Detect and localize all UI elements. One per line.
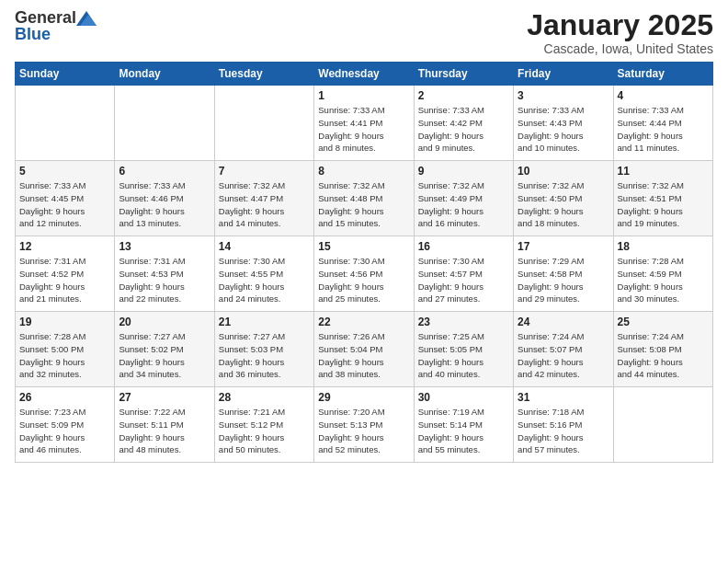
calendar-cell: 11Sunrise: 7:32 AM Sunset: 4:51 PM Dayli… — [613, 161, 712, 236]
day-number: 24 — [518, 316, 609, 328]
week-row-4: 19Sunrise: 7:28 AM Sunset: 5:00 PM Dayli… — [16, 312, 713, 387]
day-number: 29 — [318, 391, 409, 404]
calendar-cell: 18Sunrise: 7:28 AM Sunset: 4:59 PM Dayli… — [613, 236, 712, 312]
calendar-cell: 10Sunrise: 7:32 AM Sunset: 4:50 PM Dayli… — [514, 161, 613, 236]
day-info: Sunrise: 7:21 AM Sunset: 5:12 PM Dayligh… — [219, 406, 310, 456]
day-info: Sunrise: 7:33 AM Sunset: 4:42 PM Dayligh… — [418, 104, 509, 155]
day-header-row: Sunday Monday Tuesday Wednesday Thursday… — [16, 63, 713, 86]
day-number: 1 — [318, 89, 409, 102]
day-info: Sunrise: 7:33 AM Sunset: 4:43 PM Dayligh… — [518, 104, 609, 155]
day-info: Sunrise: 7:22 AM Sunset: 5:11 PM Dayligh… — [119, 406, 210, 456]
day-number: 8 — [318, 165, 409, 178]
header: General Blue January 2025 Cascade, Iowa,… — [15, 9, 713, 56]
day-info: Sunrise: 7:30 AM Sunset: 4:56 PM Dayligh… — [318, 255, 409, 305]
calendar-cell — [115, 86, 214, 161]
header-friday: Friday — [514, 63, 613, 86]
day-number: 18 — [618, 240, 709, 253]
calendar-cell: 20Sunrise: 7:27 AM Sunset: 5:02 PM Dayli… — [115, 312, 214, 387]
calendar-cell: 6Sunrise: 7:33 AM Sunset: 4:46 PM Daylig… — [115, 161, 214, 236]
calendar-cell: 4Sunrise: 7:33 AM Sunset: 4:44 PM Daylig… — [613, 86, 712, 161]
calendar-cell — [16, 86, 115, 161]
calendar-cell: 22Sunrise: 7:26 AM Sunset: 5:04 PM Dayli… — [314, 312, 414, 387]
day-number: 13 — [119, 240, 210, 253]
logo-icon — [76, 11, 97, 26]
day-info: Sunrise: 7:32 AM Sunset: 4:50 PM Dayligh… — [518, 179, 609, 230]
day-number: 3 — [518, 89, 609, 102]
calendar-cell: 19Sunrise: 7:28 AM Sunset: 5:00 PM Dayli… — [16, 312, 115, 387]
week-row-5: 26Sunrise: 7:23 AM Sunset: 5:09 PM Dayli… — [16, 387, 713, 463]
day-info: Sunrise: 7:32 AM Sunset: 4:51 PM Dayligh… — [618, 179, 709, 230]
day-info: Sunrise: 7:18 AM Sunset: 5:16 PM Dayligh… — [518, 406, 609, 456]
calendar-cell: 29Sunrise: 7:20 AM Sunset: 5:13 PM Dayli… — [314, 387, 414, 463]
calendar-cell: 9Sunrise: 7:32 AM Sunset: 4:49 PM Daylig… — [414, 161, 513, 236]
day-number: 6 — [119, 165, 210, 178]
day-info: Sunrise: 7:32 AM Sunset: 4:48 PM Dayligh… — [318, 179, 409, 230]
calendar-cell: 12Sunrise: 7:31 AM Sunset: 4:52 PM Dayli… — [16, 236, 115, 312]
day-number: 27 — [119, 391, 210, 404]
calendar-cell: 15Sunrise: 7:30 AM Sunset: 4:56 PM Dayli… — [314, 236, 414, 312]
calendar-cell: 1Sunrise: 7:33 AM Sunset: 4:41 PM Daylig… — [314, 86, 414, 161]
day-info: Sunrise: 7:19 AM Sunset: 5:14 PM Dayligh… — [418, 406, 509, 456]
calendar-cell: 23Sunrise: 7:25 AM Sunset: 5:05 PM Dayli… — [414, 312, 513, 387]
day-number: 10 — [518, 165, 609, 178]
calendar-cell: 27Sunrise: 7:22 AM Sunset: 5:11 PM Dayli… — [115, 387, 214, 463]
day-info: Sunrise: 7:28 AM Sunset: 4:59 PM Dayligh… — [618, 255, 709, 305]
day-number: 25 — [618, 316, 709, 328]
header-wednesday: Wednesday — [314, 63, 414, 86]
location: Cascade, Iowa, United States — [527, 41, 713, 56]
calendar-cell: 7Sunrise: 7:32 AM Sunset: 4:47 PM Daylig… — [214, 161, 313, 236]
calendar: Sunday Monday Tuesday Wednesday Thursday… — [15, 62, 713, 463]
day-info: Sunrise: 7:27 AM Sunset: 5:02 PM Dayligh… — [119, 330, 210, 381]
header-monday: Monday — [115, 63, 214, 86]
calendar-cell: 13Sunrise: 7:31 AM Sunset: 4:53 PM Dayli… — [115, 236, 214, 312]
day-info: Sunrise: 7:32 AM Sunset: 4:49 PM Dayligh… — [418, 179, 509, 230]
header-thursday: Thursday — [414, 63, 513, 86]
calendar-cell: 28Sunrise: 7:21 AM Sunset: 5:12 PM Dayli… — [214, 387, 313, 463]
header-sunday: Sunday — [16, 63, 115, 86]
title-block: January 2025 Cascade, Iowa, United State… — [527, 9, 713, 56]
calendar-cell: 5Sunrise: 7:33 AM Sunset: 4:45 PM Daylig… — [16, 161, 115, 236]
day-number: 26 — [19, 391, 110, 404]
page: General Blue January 2025 Cascade, Iowa,… — [0, 0, 728, 563]
day-number: 22 — [318, 316, 409, 328]
day-info: Sunrise: 7:29 AM Sunset: 4:58 PM Dayligh… — [518, 255, 609, 305]
calendar-cell: 24Sunrise: 7:24 AM Sunset: 5:07 PM Dayli… — [514, 312, 613, 387]
day-number: 5 — [19, 165, 110, 178]
day-number: 2 — [418, 89, 509, 102]
day-number: 21 — [219, 316, 310, 328]
calendar-cell: 2Sunrise: 7:33 AM Sunset: 4:42 PM Daylig… — [414, 86, 513, 161]
day-info: Sunrise: 7:30 AM Sunset: 4:57 PM Dayligh… — [418, 255, 509, 305]
day-number: 31 — [518, 391, 609, 404]
day-info: Sunrise: 7:31 AM Sunset: 4:53 PM Dayligh… — [119, 255, 210, 305]
day-info: Sunrise: 7:27 AM Sunset: 5:03 PM Dayligh… — [219, 330, 310, 381]
day-info: Sunrise: 7:23 AM Sunset: 5:09 PM Dayligh… — [19, 406, 110, 456]
day-info: Sunrise: 7:30 AM Sunset: 4:55 PM Dayligh… — [219, 255, 310, 305]
calendar-cell: 16Sunrise: 7:30 AM Sunset: 4:57 PM Dayli… — [414, 236, 513, 312]
day-info: Sunrise: 7:33 AM Sunset: 4:46 PM Dayligh… — [119, 179, 210, 230]
calendar-cell: 8Sunrise: 7:32 AM Sunset: 4:48 PM Daylig… — [314, 161, 414, 236]
calendar-cell: 26Sunrise: 7:23 AM Sunset: 5:09 PM Dayli… — [16, 387, 115, 463]
day-info: Sunrise: 7:24 AM Sunset: 5:08 PM Dayligh… — [618, 330, 709, 381]
month-title: January 2025 — [527, 9, 713, 41]
calendar-cell — [214, 86, 313, 161]
day-info: Sunrise: 7:25 AM Sunset: 5:05 PM Dayligh… — [418, 330, 509, 381]
day-info: Sunrise: 7:24 AM Sunset: 5:07 PM Dayligh… — [518, 330, 609, 381]
calendar-cell: 17Sunrise: 7:29 AM Sunset: 4:58 PM Dayli… — [514, 236, 613, 312]
day-number: 14 — [219, 240, 310, 253]
week-row-3: 12Sunrise: 7:31 AM Sunset: 4:52 PM Dayli… — [16, 236, 713, 312]
day-number: 30 — [418, 391, 509, 404]
day-number: 23 — [418, 316, 509, 328]
day-info: Sunrise: 7:33 AM Sunset: 4:44 PM Dayligh… — [618, 104, 709, 155]
day-number: 20 — [119, 316, 210, 328]
day-number: 17 — [518, 240, 609, 253]
week-row-2: 5Sunrise: 7:33 AM Sunset: 4:45 PM Daylig… — [16, 161, 713, 236]
day-number: 11 — [618, 165, 709, 178]
logo-blue-text: Blue — [15, 26, 51, 44]
day-number: 12 — [19, 240, 110, 253]
day-info: Sunrise: 7:33 AM Sunset: 4:45 PM Dayligh… — [19, 179, 110, 230]
day-info: Sunrise: 7:20 AM Sunset: 5:13 PM Dayligh… — [318, 406, 409, 456]
day-info: Sunrise: 7:28 AM Sunset: 5:00 PM Dayligh… — [19, 330, 110, 381]
day-number: 7 — [219, 165, 310, 178]
day-info: Sunrise: 7:26 AM Sunset: 5:04 PM Dayligh… — [318, 330, 409, 381]
calendar-cell: 25Sunrise: 7:24 AM Sunset: 5:08 PM Dayli… — [613, 312, 712, 387]
